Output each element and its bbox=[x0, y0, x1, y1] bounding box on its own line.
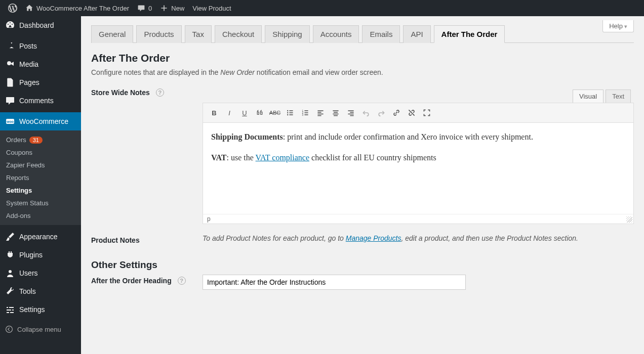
help-icon[interactable]: ? bbox=[156, 88, 164, 97]
sidebar-item-woocommerce[interactable]: woo WooCommerce bbox=[0, 112, 81, 130]
sidebar-item-media[interactable]: Media bbox=[0, 55, 81, 73]
heading-input[interactable] bbox=[203, 275, 466, 290]
content-wrap: Help General Products Tax Checkout Shipp… bbox=[81, 16, 644, 320]
bold-button[interactable]: B bbox=[207, 106, 221, 119]
svg-point-9 bbox=[287, 114, 288, 115]
editor-content[interactable]: Shipping Documents: print and include or… bbox=[203, 123, 633, 214]
svg-rect-10 bbox=[289, 114, 293, 115]
submenu-item-reports[interactable]: Reports bbox=[0, 171, 81, 184]
tab-checkout[interactable]: Checkout bbox=[215, 25, 262, 43]
media-icon bbox=[5, 59, 15, 69]
underline-button[interactable]: U bbox=[237, 106, 252, 119]
woocommerce-icon: woo bbox=[5, 116, 15, 126]
link-icon bbox=[392, 109, 400, 117]
site-name-link[interactable]: WooCommerce After The Order bbox=[21, 0, 133, 16]
submenu-item-addons[interactable]: Add-ons bbox=[0, 209, 81, 222]
admin-bar: WooCommerce After The Order 0 New View P… bbox=[0, 0, 644, 16]
fullscreen-button[interactable] bbox=[420, 106, 434, 119]
tab-tax[interactable]: Tax bbox=[185, 25, 212, 43]
tab-accounts[interactable]: Accounts bbox=[313, 25, 359, 43]
submenu-label: Settings bbox=[6, 187, 32, 194]
sidebar-item-label: Media bbox=[19, 60, 38, 68]
editor-mode-tabs: Visual Text bbox=[203, 86, 634, 103]
align-center-button[interactable] bbox=[329, 106, 343, 119]
list-ul-icon bbox=[286, 109, 294, 117]
view-product-link[interactable]: View Product bbox=[188, 0, 235, 16]
svg-rect-8 bbox=[289, 112, 293, 113]
wp-logo[interactable] bbox=[4, 0, 21, 16]
svg-rect-22 bbox=[334, 112, 338, 113]
sidebar-item-pages[interactable]: Pages bbox=[0, 73, 81, 92]
manage-products-link[interactable]: Manage Products bbox=[346, 234, 401, 242]
store-wide-notes-label: Store Wide Notes ? bbox=[91, 86, 203, 97]
submenu-item-orders[interactable]: Orders 31 bbox=[0, 134, 81, 146]
svg-point-7 bbox=[287, 112, 288, 113]
list-ol-icon: 123 bbox=[301, 109, 309, 117]
strikethrough-button[interactable]: ABC bbox=[268, 106, 282, 119]
editor-breadcrumb: p bbox=[203, 214, 633, 224]
svg-rect-17 bbox=[317, 110, 323, 111]
tab-api[interactable]: API bbox=[403, 25, 430, 43]
svg-rect-12 bbox=[304, 110, 308, 111]
tab-shipping[interactable]: Shipping bbox=[265, 25, 309, 43]
svg-rect-28 bbox=[350, 115, 353, 116]
submenu-label: Add-ons bbox=[6, 212, 30, 219]
resize-handle[interactable] bbox=[626, 216, 632, 223]
svg-point-0 bbox=[7, 61, 11, 65]
product-notes-row: Product Notes To add Product Notes for e… bbox=[91, 234, 634, 244]
align-left-button[interactable] bbox=[313, 106, 328, 119]
sidebar-item-label: Posts bbox=[19, 42, 37, 50]
submenu-item-settings[interactable]: Settings bbox=[0, 184, 81, 197]
plus-icon bbox=[160, 4, 168, 12]
sidebar-item-tools[interactable]: Tools bbox=[0, 282, 81, 300]
tab-after-the-order[interactable]: After The Order bbox=[434, 25, 505, 43]
submenu-item-zapier[interactable]: Zapier Feeds bbox=[0, 159, 81, 171]
wrench-icon bbox=[5, 286, 15, 296]
align-right-button[interactable] bbox=[344, 106, 358, 119]
tab-emails[interactable]: Emails bbox=[362, 25, 400, 43]
other-settings-title: Other Settings bbox=[91, 259, 634, 271]
sidebar-item-label: Dashboard bbox=[19, 21, 54, 29]
redo-icon bbox=[377, 109, 385, 117]
admin-sidebar: Dashboard Posts Media Pages Comments woo… bbox=[0, 16, 81, 320]
sidebar-item-plugins[interactable]: Plugins bbox=[0, 246, 81, 264]
svg-rect-19 bbox=[317, 114, 323, 115]
help-icon[interactable]: ? bbox=[178, 277, 186, 285]
editor-tab-visual[interactable]: Visual bbox=[573, 90, 603, 103]
vat-compliance-link[interactable]: VAT compliance bbox=[256, 153, 310, 162]
bullet-list-button[interactable] bbox=[283, 106, 297, 119]
submenu-label: Orders bbox=[6, 136, 26, 144]
italic-button[interactable]: I bbox=[222, 106, 236, 119]
wordpress-icon bbox=[8, 4, 17, 13]
redo-button[interactable] bbox=[374, 106, 388, 119]
help-tab[interactable]: Help bbox=[602, 20, 634, 32]
numbered-list-button[interactable]: 123 bbox=[298, 106, 312, 119]
sidebar-item-dashboard[interactable]: Dashboard bbox=[0, 16, 81, 34]
tab-products[interactable]: Products bbox=[136, 25, 181, 43]
comments-link[interactable]: 0 bbox=[133, 0, 156, 16]
submenu-item-coupons[interactable]: Coupons bbox=[0, 146, 81, 159]
svg-rect-16 bbox=[304, 114, 308, 115]
submenu-label: Reports bbox=[6, 174, 29, 182]
tab-general[interactable]: General bbox=[91, 25, 133, 43]
svg-text:3: 3 bbox=[302, 114, 304, 116]
unlink-button[interactable] bbox=[405, 106, 419, 119]
new-label: New bbox=[171, 5, 184, 12]
sidebar-item-settings[interactable]: Settings bbox=[0, 300, 81, 319]
sidebar-item-comments[interactable]: Comments bbox=[0, 92, 81, 110]
unlink-icon bbox=[408, 109, 416, 117]
sidebar-item-users[interactable]: Users bbox=[0, 264, 81, 282]
blockquote-button[interactable] bbox=[253, 106, 267, 119]
sidebar-item-appearance[interactable]: Appearance bbox=[0, 228, 81, 246]
home-icon bbox=[25, 4, 33, 12]
submenu-label: System Status bbox=[6, 199, 49, 207]
undo-button[interactable] bbox=[359, 106, 373, 119]
new-content-link[interactable]: New bbox=[156, 0, 188, 16]
sidebar-item-label: Comments bbox=[19, 97, 54, 105]
editor-tab-text[interactable]: Text bbox=[606, 90, 631, 103]
link-button[interactable] bbox=[389, 106, 404, 119]
view-product-label: View Product bbox=[192, 5, 231, 12]
sidebar-item-posts[interactable]: Posts bbox=[0, 37, 81, 55]
plugin-icon bbox=[5, 250, 15, 260]
submenu-item-system-status[interactable]: System Status bbox=[0, 197, 81, 209]
